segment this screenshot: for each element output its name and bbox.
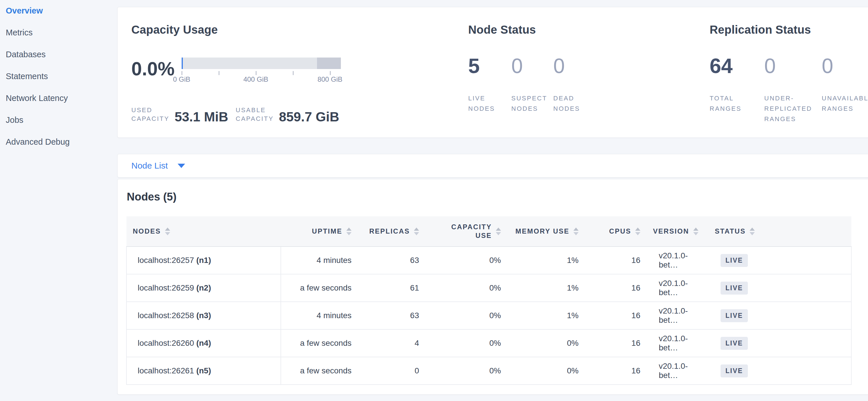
memory-use-cell: 0% <box>507 330 585 357</box>
sidebar-item-advanced-debug[interactable]: Advanced Debug <box>6 134 117 155</box>
node-id: (n3) <box>196 311 211 320</box>
under-replicated-ranges-label: UNDER- REPLICATED RANGES <box>764 93 822 124</box>
memory-use-cell: 0% <box>507 357 585 384</box>
cpus-cell: 16 <box>585 247 647 274</box>
node-address[interactable]: localhost:26259 (n2) <box>138 283 211 292</box>
node-address[interactable]: localhost:26257 (n1) <box>138 256 211 265</box>
replicas-cell: 61 <box>358 274 425 302</box>
uptime-cell: a few seconds <box>281 357 358 384</box>
column-header-replicas[interactable]: REPLICAS <box>358 216 425 247</box>
column-header-uptime[interactable]: UPTIME <box>281 216 358 247</box>
unavailable-ranges-label: UNAVAILABLE RANGES <box>822 93 868 114</box>
filler-cell <box>777 330 851 357</box>
cpus-cell: 16 <box>585 302 647 330</box>
dead-nodes-label: DEAD NODES <box>553 93 580 114</box>
node-list-dropdown-label: Node List <box>131 161 168 171</box>
live-nodes-stat: 5 LIVE NODES <box>468 55 511 114</box>
capacity-use-cell: 0% <box>425 330 507 357</box>
column-header-nodes[interactable]: NODES <box>126 216 281 247</box>
sort-icon <box>574 228 579 235</box>
node-id: (n1) <box>196 256 211 265</box>
under-replicated-ranges-value: 0 <box>764 55 822 77</box>
node-id: (n2) <box>196 283 211 292</box>
node-id: (n5) <box>196 366 211 375</box>
table-row: localhost:26260 (n4) a few seconds 4 0% … <box>126 330 851 357</box>
sidebar-item-network-latency[interactable]: Network Latency <box>6 90 117 112</box>
sort-icon <box>414 228 419 235</box>
node-address[interactable]: localhost:26258 (n3) <box>138 311 211 320</box>
used-capacity-stat: USED CAPACITY 53.1 MiB <box>131 106 228 123</box>
replicas-cell: 4 <box>358 330 425 357</box>
column-header-cpus[interactable]: CPUS <box>585 216 647 247</box>
capacity-gauge: 0 GiB 400 GiB 800 GiB <box>182 58 341 84</box>
replication-stats: 64 TOTAL RANGES 0 UNDER- REPLICATED RANG… <box>710 55 868 124</box>
usable-capacity-value: 859.7 GiB <box>279 111 339 123</box>
axis-tick <box>182 71 182 75</box>
suspect-nodes-label: SUSPECT NODES <box>511 93 553 114</box>
total-ranges-stat: 64 TOTAL RANGES <box>710 55 764 124</box>
filler-cell <box>777 274 851 302</box>
sort-icon <box>750 228 755 235</box>
version-cell: v20.1.0-bet… <box>647 357 709 384</box>
replication-status-section: Replication Status 64 TOTAL RANGES 0 UND… <box>710 23 868 138</box>
axis-label: 400 GiB <box>243 75 269 83</box>
uptime-cell: 4 minutes <box>281 302 358 330</box>
axis-tick <box>330 71 331 75</box>
cpus-cell: 16 <box>585 274 647 302</box>
main-content: Capacity Usage 0.0% <box>117 0 868 401</box>
replication-status-title: Replication Status <box>710 23 868 36</box>
sort-icon <box>693 228 699 235</box>
capacity-axis-ticks <box>182 69 341 75</box>
table-row: localhost:26259 (n2) a few seconds 61 0%… <box>126 274 851 302</box>
replicas-cell: 63 <box>358 302 425 330</box>
cpus-cell: 16 <box>585 330 647 357</box>
version-cell: v20.1.0-bet… <box>647 302 709 330</box>
nodes-title: Nodes (5) <box>127 191 868 203</box>
capacity-usage-title: Capacity Usage <box>131 23 468 36</box>
sort-icon <box>165 228 170 235</box>
sort-icon <box>635 228 640 235</box>
table-row: localhost:26261 (n5) a few seconds 0 0% … <box>126 357 851 384</box>
sidebar-item-overview[interactable]: Overview <box>6 2 117 24</box>
status-badge: LIVE <box>720 282 748 294</box>
status-badge: LIVE <box>720 254 748 267</box>
column-header-filler <box>777 216 851 247</box>
column-header-memory-use[interactable]: MEMORY USE <box>507 216 585 247</box>
status-badge: LIVE <box>720 309 748 322</box>
node-status-stats: 5 LIVE NODES 0 SUSPECT NODES 0 DEAD NODE… <box>468 55 710 114</box>
axis-tick <box>219 71 219 75</box>
table-header-row: NODES UPTIME REPLICAS CAPACITY USE MEMOR <box>126 216 851 247</box>
nodes-card: Nodes (5) NODES UPTIME <box>117 179 868 395</box>
version-cell: v20.1.0-bet… <box>647 330 709 357</box>
filler-cell <box>777 357 851 384</box>
column-header-status[interactable]: STATUS <box>709 216 777 247</box>
node-id: (n4) <box>196 339 211 347</box>
column-header-capacity-use[interactable]: CAPACITY USE <box>425 216 507 247</box>
capacity-usage-section: Capacity Usage 0.0% <box>131 23 468 138</box>
node-list-dropdown[interactable]: Node List <box>131 161 185 171</box>
column-header-version[interactable]: VERSION <box>647 216 709 247</box>
capacity-nonusable-segment <box>317 58 341 69</box>
sidebar-item-databases[interactable]: Databases <box>6 46 117 68</box>
sidebar-item-jobs[interactable]: Jobs <box>6 112 117 134</box>
capacity-use-cell: 0% <box>425 247 507 274</box>
capacity-gauge-bar <box>182 58 341 69</box>
axis-label: 800 GiB <box>318 75 343 83</box>
node-address[interactable]: localhost:26260 (n4) <box>138 339 211 347</box>
capacity-stats: USED CAPACITY 53.1 MiB USABLE CAPACITY 8… <box>131 106 468 123</box>
table-row: localhost:26257 (n1) 4 minutes 63 0% 1% … <box>126 247 851 274</box>
capacity-gauge-row: 0.0% <box>131 58 468 89</box>
capacity-use-cell: 0% <box>425 274 507 302</box>
sidebar-item-metrics[interactable]: Metrics <box>6 24 117 46</box>
node-address[interactable]: localhost:26261 (n5) <box>138 366 211 375</box>
axis-label: 0 GiB <box>173 75 190 83</box>
capacity-used-marker <box>182 58 183 69</box>
filler-cell <box>777 302 851 330</box>
replicas-cell: 63 <box>358 247 425 274</box>
version-cell: v20.1.0-bet… <box>647 247 709 274</box>
sort-icon <box>346 228 351 235</box>
view-selector-card: Node List <box>117 154 868 177</box>
dead-nodes-stat: 0 DEAD NODES <box>553 55 580 114</box>
axis-tick <box>293 71 293 75</box>
sidebar-item-statements[interactable]: Statements <box>6 68 117 90</box>
